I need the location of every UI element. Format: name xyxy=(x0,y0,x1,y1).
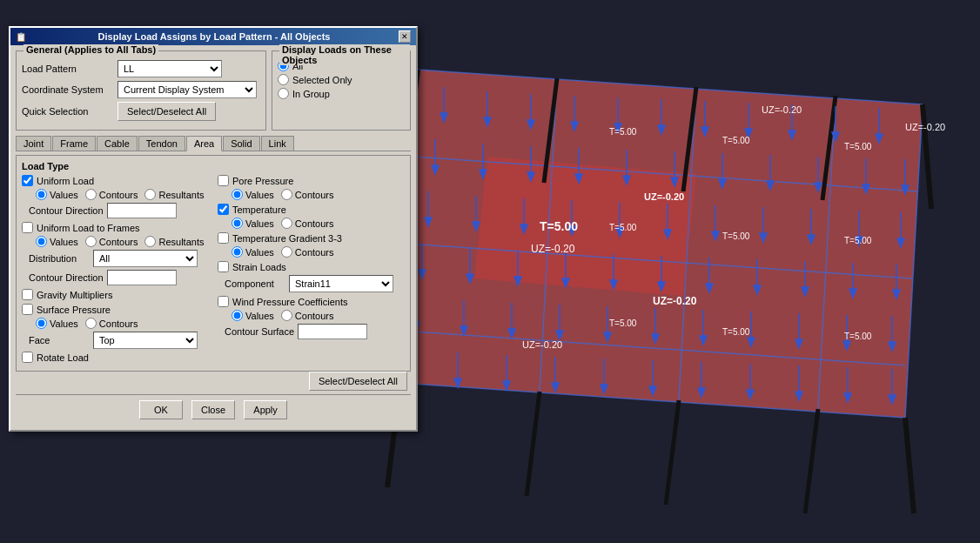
display-ingroup-label: In Group xyxy=(292,89,330,99)
svg-text:UZ=-0.20: UZ=-0.20 xyxy=(905,122,945,132)
face-select[interactable]: Top Bottom xyxy=(93,332,198,349)
display-loads-label: Display Loads on These Objects xyxy=(279,44,410,65)
tab-link[interactable]: Link xyxy=(261,136,294,151)
svg-text:UZ=-0.20: UZ=-0.20 xyxy=(522,339,562,350)
sp-contours-radio[interactable] xyxy=(85,318,97,329)
svg-text:T=5.00: T=5.00 xyxy=(609,318,637,328)
load-pattern-select[interactable]: LL xyxy=(117,60,222,77)
tab-solid[interactable]: Solid xyxy=(223,136,259,151)
svg-text:UZ=-0.20: UZ=-0.20 xyxy=(653,295,697,307)
ulf-contours-radio[interactable] xyxy=(85,236,97,247)
surface-pressure-checkbox[interactable] xyxy=(22,304,33,315)
display-loads-section: Display Loads on These Objects All Selec… xyxy=(272,50,411,131)
pp-contours-radio[interactable] xyxy=(281,189,292,200)
display-ingroup-radio[interactable] xyxy=(278,88,289,99)
display-selected-radio[interactable] xyxy=(278,74,289,85)
dialog-titlebar: 📋 Display Load Assigns by Load Pattern -… xyxy=(10,28,416,45)
load-pattern-label: Load Pattern xyxy=(22,64,117,74)
distribution-label: Distribution xyxy=(29,253,90,264)
display-selected-label: Selected Only xyxy=(292,75,352,85)
strain-loads-checkbox[interactable] xyxy=(218,261,229,272)
surface-pressure-label: Surface Pressure xyxy=(37,305,111,315)
svg-text:T=5.00: T=5.00 xyxy=(722,136,750,145)
pore-pressure-label: Pore Pressure xyxy=(232,176,293,186)
ulf-resultants-radio[interactable] xyxy=(144,236,156,247)
svg-text:UZ=-0.20: UZ=-0.20 xyxy=(644,191,684,202)
wind-pressure-checkbox[interactable] xyxy=(218,296,229,307)
wind-pressure-label: Wind Pressure Coefficients xyxy=(232,297,347,307)
tab-cable[interactable]: Cable xyxy=(97,136,138,151)
component-select[interactable]: Strain11 Strain22 Strain12 xyxy=(289,275,393,292)
temp-contours-radio[interactable] xyxy=(281,218,292,229)
face-label: Face xyxy=(29,335,90,345)
temperature-checkbox[interactable] xyxy=(218,204,229,215)
svg-text:T=5.00: T=5.00 xyxy=(844,142,872,151)
dialog-close-button[interactable]: ✕ xyxy=(399,30,411,43)
svg-text:UZ=-0.20: UZ=-0.20 xyxy=(762,104,802,115)
tab-tendon[interactable]: Tendon xyxy=(138,136,185,151)
distribution-select[interactable]: All xyxy=(93,250,198,267)
temp-gradient-checkbox[interactable] xyxy=(218,232,229,244)
close-button[interactable]: Close xyxy=(191,400,235,419)
temp-gradient-label: Temperature Gradient 3-3 xyxy=(232,233,342,244)
wp-values-radio[interactable] xyxy=(232,310,243,321)
svg-text:T=5.00: T=5.00 xyxy=(722,231,750,241)
apply-button[interactable]: Apply xyxy=(244,400,287,419)
tabs: Joint Frame Cable Tendon Area Solid Link xyxy=(16,136,411,151)
ok-button[interactable]: OK xyxy=(139,400,183,419)
strain-loads-label: Strain Loads xyxy=(232,262,286,272)
contour-dir-input2[interactable] xyxy=(107,270,177,285)
svg-text:UZ=-0.20: UZ=-0.20 xyxy=(531,243,575,255)
ul-values-radio[interactable] xyxy=(36,189,47,200)
uniform-load-checkbox[interactable] xyxy=(22,175,33,186)
svg-text:T=5.00: T=5.00 xyxy=(722,327,750,337)
pore-pressure-checkbox[interactable] xyxy=(218,175,229,186)
general-section-label: General (Applies to All Tabs) xyxy=(23,44,158,55)
contour-dir-input1[interactable] xyxy=(107,203,177,218)
svg-text:T=5.00: T=5.00 xyxy=(540,219,578,233)
uniform-load-label: Uniform Load xyxy=(37,176,94,186)
uniform-frames-checkbox[interactable] xyxy=(22,222,33,233)
ulf-values-radio[interactable] xyxy=(36,236,47,247)
bottom-buttons: OK Close Apply xyxy=(16,394,411,425)
tab-frame[interactable]: Frame xyxy=(52,136,96,151)
ul-resultants-radio[interactable] xyxy=(144,189,156,200)
tab-area[interactable]: Area xyxy=(186,136,222,151)
pp-values-radio[interactable] xyxy=(232,189,243,200)
contour-surface-input[interactable] xyxy=(298,324,367,339)
load-type-section: Load Type Uniform Load Values xyxy=(16,155,411,372)
contour-dir-label2: Contour Direction xyxy=(29,272,104,283)
select-deselect-all-button[interactable]: Select/Deselect All xyxy=(117,102,216,121)
dialog-icon: 📋 xyxy=(16,32,26,42)
select-deselect-all-bottom-button[interactable]: Select/Deselect All xyxy=(309,372,407,391)
ul-contours-radio[interactable] xyxy=(85,189,97,200)
temperature-label: Temperature xyxy=(232,204,286,215)
rotate-load-checkbox[interactable] xyxy=(22,352,33,363)
coordinate-system-label: Coordinate System xyxy=(22,84,117,95)
tg-values-radio[interactable] xyxy=(232,246,243,258)
dialog-title: Display Load Assigns by Load Pattern - A… xyxy=(98,31,331,42)
svg-text:T=5.00: T=5.00 xyxy=(844,236,872,245)
uniform-frames-label: Uniform Load to Frames xyxy=(37,223,140,233)
component-label: Component xyxy=(225,278,285,289)
wp-contours-radio[interactable] xyxy=(281,310,292,321)
load-type-title: Load Type xyxy=(22,161,405,171)
coordinate-system-select[interactable]: Current Display System xyxy=(117,81,257,98)
tg-contours-radio[interactable] xyxy=(281,246,292,258)
svg-text:T=5.00: T=5.00 xyxy=(609,127,637,137)
contour-surface-label: Contour Surface xyxy=(225,326,294,337)
quick-selection-label: Quick Selection xyxy=(22,106,117,117)
gravity-checkbox[interactable] xyxy=(22,289,33,300)
svg-marker-2 xyxy=(474,157,696,296)
tab-joint[interactable]: Joint xyxy=(16,136,51,151)
rotate-load-label: Rotate Load xyxy=(37,352,89,363)
gravity-label: Gravity Multipliers xyxy=(37,290,112,300)
svg-text:T=5.00: T=5.00 xyxy=(609,223,637,232)
main-dialog: 📋 Display Load Assigns by Load Pattern -… xyxy=(9,26,418,432)
svg-text:T=5.00: T=5.00 xyxy=(844,332,872,341)
temp-values-radio[interactable] xyxy=(232,218,243,229)
sp-values-radio[interactable] xyxy=(36,318,47,329)
contour-dir-label1: Contour Direction xyxy=(29,205,104,216)
